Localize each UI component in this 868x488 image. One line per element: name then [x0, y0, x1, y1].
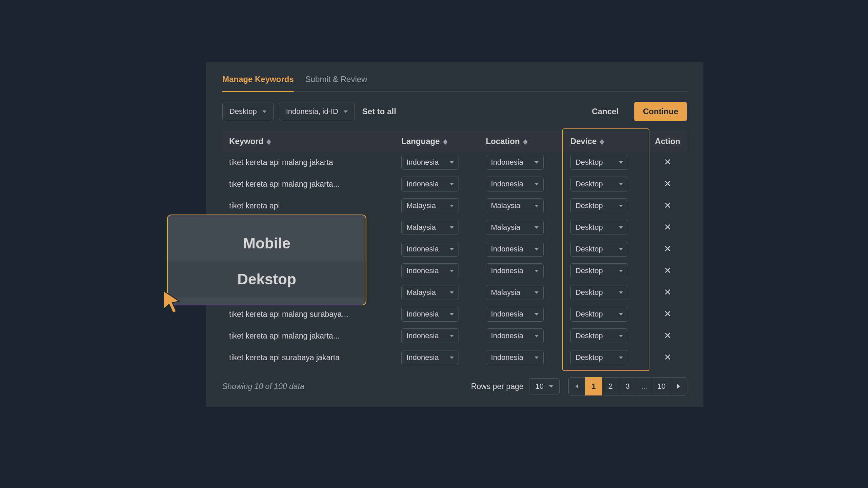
table-row: tiket kereta api malang jakarta...Indone… [222, 173, 687, 195]
set-to-all-button[interactable]: Set to all [360, 103, 398, 120]
page-next-button[interactable] [670, 377, 687, 395]
showing-text: Showing 10 of 100 data [222, 382, 304, 391]
language-select[interactable]: Indonesia [401, 350, 459, 365]
remove-row-button[interactable]: ✕ [663, 179, 672, 189]
rows-per-page-select[interactable]: 10 [529, 378, 560, 394]
chevron-right-icon [677, 384, 680, 389]
chevron-down-icon [450, 205, 454, 207]
location-select[interactable]: Indonesia [486, 242, 544, 257]
remove-row-button[interactable]: ✕ [663, 288, 672, 297]
remove-row-button[interactable]: ✕ [663, 223, 672, 232]
remove-row-button[interactable]: ✕ [663, 266, 672, 276]
language-select[interactable]: Malaysia [401, 285, 459, 300]
language-value: Malaysia [406, 288, 436, 297]
language-select[interactable]: Malaysia [401, 220, 459, 235]
language-select[interactable]: Indonesia [401, 242, 459, 257]
chevron-down-icon [534, 335, 539, 337]
location-select[interactable]: Indonesia [486, 307, 544, 322]
col-location-header[interactable]: Location [479, 131, 564, 151]
tab-manage-keywords[interactable]: Manage Keywords [222, 75, 294, 92]
device-select[interactable]: Desktop [570, 263, 628, 278]
remove-row-button[interactable]: ✕ [663, 244, 672, 254]
location-select[interactable]: Indonesia [486, 328, 544, 343]
bulk-device-select[interactable]: Desktop [222, 103, 274, 120]
page-2-button[interactable]: 2 [602, 377, 619, 395]
chevron-down-icon [344, 110, 348, 113]
location-value: Indonesia [491, 266, 523, 275]
device-option-mobile[interactable]: Mobile [168, 225, 366, 261]
location-select[interactable]: Indonesia [486, 263, 544, 278]
chevron-down-icon [450, 357, 454, 359]
location-select[interactable]: Indonesia [486, 155, 544, 170]
device-value: Desktop [576, 158, 603, 167]
device-value: Desktop [576, 288, 603, 297]
keyword-cell: tiket kereta api malang jakarta... [222, 325, 395, 347]
language-select[interactable]: Indonesia [401, 177, 459, 191]
device-value: Desktop [576, 180, 603, 188]
device-option-desktop[interactable]: Dekstop [168, 261, 366, 297]
language-select[interactable]: Malaysia [401, 198, 459, 213]
device-select[interactable]: Desktop [570, 198, 628, 213]
cancel-button[interactable]: Cancel [590, 106, 621, 117]
remove-row-button[interactable]: ✕ [663, 309, 672, 319]
location-value: Malaysia [491, 223, 521, 232]
page-1-button[interactable]: 1 [585, 377, 602, 395]
chevron-down-icon [619, 357, 623, 359]
location-value: Indonesia [491, 331, 523, 340]
col-device-header[interactable]: Device [564, 131, 648, 151]
bulk-locale-select[interactable]: Indonesia, id-ID [279, 103, 355, 120]
chevron-down-icon [619, 226, 623, 229]
col-language-header[interactable]: Language [395, 131, 479, 151]
chevron-left-icon [576, 384, 578, 389]
location-select[interactable]: Indonesia [486, 177, 544, 191]
device-select[interactable]: Desktop [570, 177, 628, 191]
col-keyword-header[interactable]: Keyword [222, 131, 395, 151]
pagination: 1 2 3 ... 10 [568, 377, 687, 395]
remove-row-button[interactable]: ✕ [663, 353, 672, 362]
device-select[interactable]: Desktop [570, 285, 628, 300]
device-select[interactable]: Desktop [570, 155, 628, 170]
device-value: Desktop [576, 310, 603, 319]
language-select[interactable]: Indonesia [401, 155, 459, 170]
chevron-down-icon [450, 161, 454, 164]
chevron-down-icon [619, 183, 623, 185]
chevron-down-icon [534, 183, 539, 185]
chevron-down-icon [534, 248, 539, 250]
remove-row-button[interactable]: ✕ [663, 201, 672, 210]
bulk-device-value: Desktop [229, 107, 257, 116]
chevron-down-icon [534, 357, 539, 359]
chevron-down-icon [619, 161, 623, 164]
device-select[interactable]: Desktop [570, 220, 628, 235]
device-value: Desktop [576, 331, 603, 340]
language-value: Indonesia [406, 158, 439, 167]
location-select[interactable]: Malaysia [486, 285, 544, 300]
keyword-cell: tiket kereta api malang jakarta... [222, 173, 395, 195]
location-select[interactable]: Malaysia [486, 198, 544, 213]
col-location-label: Location [486, 137, 520, 146]
continue-button[interactable]: Continue [634, 102, 687, 121]
device-select[interactable]: Desktop [570, 328, 628, 343]
location-select[interactable]: Malaysia [486, 220, 544, 235]
page-3-button[interactable]: 3 [619, 377, 636, 395]
remove-row-button[interactable]: ✕ [663, 331, 672, 341]
page-ellipsis: ... [636, 377, 653, 395]
location-select[interactable]: Indonesia [486, 350, 544, 365]
chevron-down-icon [450, 313, 454, 316]
table-row: tiket kereta api malang jakarta...Indone… [222, 325, 687, 347]
page-prev-button[interactable] [568, 377, 585, 395]
chevron-down-icon [619, 335, 623, 337]
chevron-down-icon [534, 161, 539, 164]
chevron-down-icon [450, 291, 454, 294]
language-select[interactable]: Indonesia [401, 263, 459, 278]
device-select[interactable]: Desktop [570, 307, 628, 322]
chevron-down-icon [450, 248, 454, 250]
sort-icon [600, 139, 604, 145]
page-last-button[interactable]: 10 [653, 377, 670, 395]
device-select[interactable]: Desktop [570, 242, 628, 257]
device-select[interactable]: Desktop [570, 350, 628, 365]
language-select[interactable]: Indonesia [401, 328, 459, 343]
tab-submit-review[interactable]: Submit & Review [305, 75, 367, 92]
remove-row-button[interactable]: ✕ [663, 158, 672, 167]
language-select[interactable]: Indonesia [401, 307, 459, 322]
chevron-down-icon [534, 226, 539, 229]
